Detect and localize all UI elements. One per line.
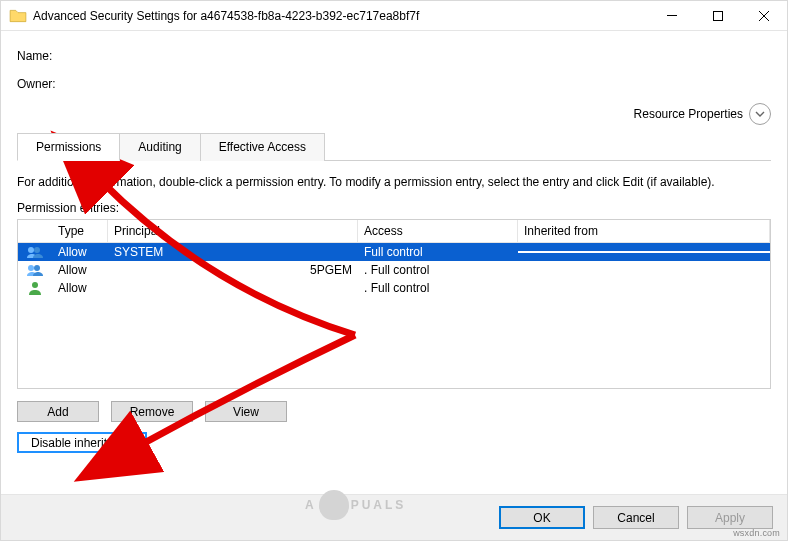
resource-properties-link[interactable]: Resource Properties [17, 103, 771, 125]
cell-type: Allow [52, 262, 108, 278]
col-inherited[interactable]: Inherited from [518, 220, 770, 242]
svg-rect-0 [714, 11, 723, 20]
name-label: Name: [17, 49, 77, 63]
svg-point-4 [34, 265, 40, 271]
disable-inheritance-button[interactable]: Disable inheritance [17, 432, 147, 453]
tab-permissions[interactable]: Permissions [17, 133, 120, 161]
svg-point-1 [28, 247, 34, 253]
group-icon [18, 262, 52, 278]
view-button[interactable]: View [205, 401, 287, 422]
dialog-footer: OK Cancel Apply [1, 494, 787, 540]
group-icon [18, 244, 52, 260]
resource-properties-label: Resource Properties [634, 107, 743, 121]
cell-inherited [518, 269, 770, 271]
table-row[interactable]: Allow 5PGEM . Full control [18, 261, 770, 279]
cell-inherited [518, 251, 770, 253]
minimize-button[interactable] [649, 1, 695, 31]
col-type[interactable]: Type [52, 220, 108, 242]
table-row[interactable]: Allow . Full control [18, 279, 770, 297]
cell-principal [108, 287, 358, 289]
cell-type: Allow [52, 280, 108, 296]
chevron-down-icon [749, 103, 771, 125]
security-settings-window: Advanced Security Settings for a4674538-… [0, 0, 788, 541]
close-button[interactable] [741, 1, 787, 31]
col-access[interactable]: Access [358, 220, 518, 242]
col-principal[interactable]: Principal [108, 220, 358, 242]
cell-type: Allow [52, 244, 108, 260]
cell-access: Full control [358, 244, 518, 260]
cancel-button[interactable]: Cancel [593, 506, 679, 529]
cell-principal: SYSTEM [108, 244, 358, 260]
svg-point-5 [32, 282, 38, 288]
cell-access: . Full control [358, 280, 518, 296]
maximize-button[interactable] [695, 1, 741, 31]
entries-label: Permission entries: [17, 201, 771, 215]
ok-button[interactable]: OK [499, 506, 585, 529]
info-text: For additional information, double-click… [17, 175, 771, 189]
cell-principal: 5PGEM [108, 262, 358, 278]
col-icon[interactable] [18, 220, 52, 242]
cell-access: . Full control [358, 262, 518, 278]
name-row: Name: [17, 49, 771, 63]
table-row[interactable]: Allow SYSTEM Full control [18, 243, 770, 261]
add-button[interactable]: Add [17, 401, 99, 422]
permission-entries-table[interactable]: Type Principal Access Inherited from All… [17, 219, 771, 389]
inheritance-row: Disable inheritance [17, 432, 771, 453]
content-area: Name: Owner: Resource Properties Permiss… [1, 31, 787, 494]
remove-button[interactable]: Remove [111, 401, 193, 422]
user-icon [18, 280, 52, 296]
svg-point-3 [28, 265, 34, 271]
owner-row: Owner: [17, 77, 771, 91]
site-watermark: wsxdn.com [733, 528, 780, 538]
svg-point-2 [34, 247, 40, 253]
folder-icon [9, 7, 27, 25]
tab-effective-access[interactable]: Effective Access [200, 133, 325, 161]
permissions-panel: For additional information, double-click… [17, 161, 771, 484]
cell-inherited [518, 287, 770, 289]
titlebar: Advanced Security Settings for a4674538-… [1, 1, 787, 31]
window-title: Advanced Security Settings for a4674538-… [33, 9, 649, 23]
entry-buttons-row: Add Remove View [17, 401, 771, 422]
tab-auditing[interactable]: Auditing [119, 133, 200, 161]
apply-button[interactable]: Apply [687, 506, 773, 529]
table-header: Type Principal Access Inherited from [18, 220, 770, 243]
tab-strip: Permissions Auditing Effective Access [17, 133, 771, 161]
owner-label: Owner: [17, 77, 77, 91]
